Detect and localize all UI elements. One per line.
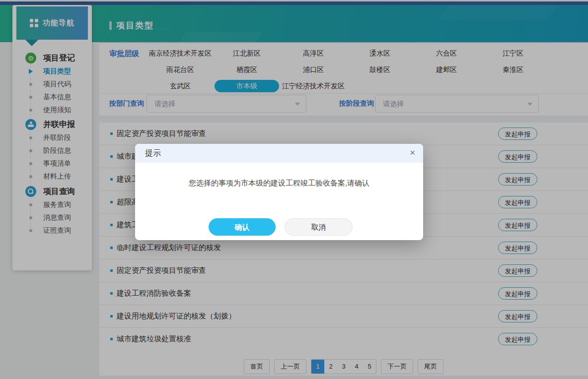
dialog-title: 提示 — [145, 148, 161, 159]
dialog-header: 提示 × — [135, 144, 423, 163]
close-icon[interactable]: × — [410, 147, 415, 159]
dialog-message: 您选择的事项为市本级的建设工程竣工验收备案,请确认 — [135, 179, 423, 188]
confirm-dialog: 提示 × 您选择的事项为市本级的建设工程竣工验收备案,请确认 确认 取消 — [135, 144, 423, 240]
confirm-button[interactable]: 确认 — [209, 218, 276, 236]
cancel-button[interactable]: 取消 — [285, 218, 353, 236]
